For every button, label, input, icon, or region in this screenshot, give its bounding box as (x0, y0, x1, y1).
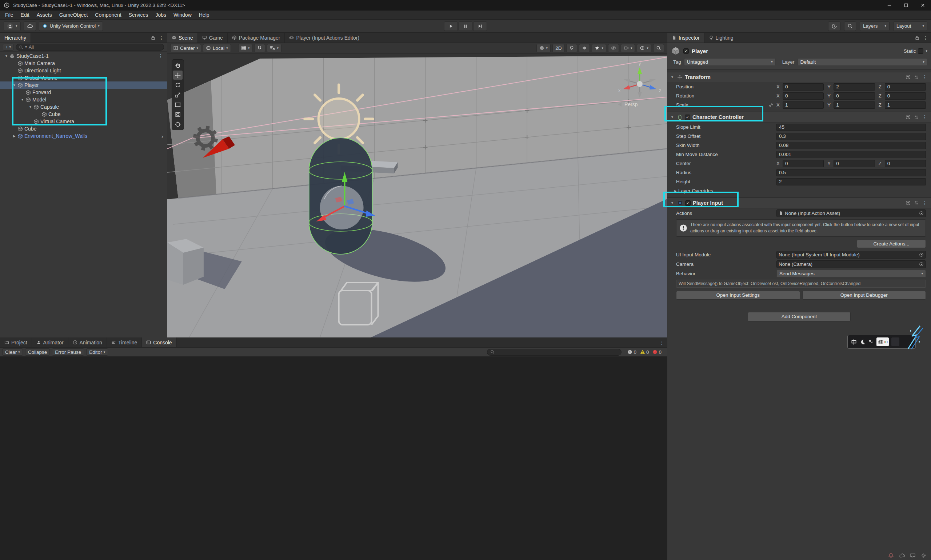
foldout-icon[interactable]: ▼ (669, 201, 675, 205)
scene-menu-icon[interactable]: ⋮ (158, 53, 167, 59)
tab-project[interactable]: Project (0, 337, 32, 347)
center-z-field[interactable]: 0 (885, 160, 926, 167)
tab-animator[interactable]: Animator (32, 337, 68, 347)
active-checkbox[interactable]: ✓ (683, 48, 689, 54)
transform-tool-button[interactable] (173, 110, 183, 119)
console-info-badge[interactable]: 0 (627, 349, 636, 355)
menu-jobs[interactable]: Jobs (152, 12, 170, 18)
ime-toolbar[interactable] (847, 335, 916, 349)
console-error-badge[interactable]: 0 (652, 349, 662, 355)
scene-viewport[interactable]: y x z Persp (167, 54, 667, 337)
panel-menu-icon[interactable]: ⋮ (159, 35, 164, 41)
hand-tool-button[interactable] (173, 61, 183, 70)
presets-icon[interactable] (914, 75, 919, 80)
foldout-icon[interactable]: ▶ (12, 134, 17, 138)
tab-game[interactable]: Game (198, 33, 228, 43)
maximize-button[interactable] (897, 0, 914, 11)
rotation-z-field[interactable]: 0 (885, 92, 926, 100)
search-button[interactable] (844, 22, 856, 31)
behavior-dropdown[interactable]: Send Messages ▾ (776, 270, 926, 277)
character-controller-header[interactable]: ▼ ✓ Character Controller ⋮ (667, 112, 931, 123)
ime-more-icon[interactable] (891, 337, 899, 346)
create-actions-button[interactable]: Create Actions... (857, 240, 926, 248)
rotation-y-field[interactable]: 0 (834, 92, 875, 100)
scale-z-field[interactable]: 1 (885, 102, 926, 109)
panel-menu-icon[interactable]: ⋮ (659, 340, 665, 345)
camera-settings-dropdown[interactable]: ▾ (621, 44, 636, 52)
hierarchy-search-input[interactable]: ▾ All (15, 44, 164, 51)
help-icon[interactable] (906, 115, 911, 120)
effects-dropdown[interactable]: ▾ (592, 44, 606, 52)
tab-timeline[interactable]: Timeline (107, 337, 142, 347)
component-enabled-checkbox[interactable]: ✓ (685, 115, 690, 120)
console-clear-button[interactable]: Clear ▾ (2, 348, 23, 355)
undo-history-button[interactable] (828, 22, 840, 31)
menu-file[interactable]: File (2, 12, 17, 18)
cloud-button[interactable] (24, 22, 36, 31)
component-menu-icon[interactable]: ⋮ (922, 74, 927, 80)
scale-x-field[interactable]: 1 (783, 102, 824, 109)
console-log-area[interactable] (0, 357, 667, 560)
menu-edit[interactable]: Edit (17, 12, 33, 18)
menu-help[interactable]: Help (195, 12, 213, 18)
prefab-open-arrow[interactable]: › (162, 133, 167, 139)
foldout-icon[interactable]: ▼ (20, 98, 25, 102)
version-control-button[interactable]: Unity Version Control ▾ (39, 22, 103, 31)
ime-punctuation-icon[interactable] (868, 339, 874, 345)
position-y-field[interactable]: 2 (834, 83, 875, 91)
foldout-icon[interactable]: ▶ (673, 189, 678, 193)
hierarchy-row-player[interactable]: ▼ Player (0, 82, 167, 89)
min-move-distance-field[interactable]: 0.001 (776, 151, 926, 158)
hierarchy-row-capsule[interactable]: ▼ Capsule (0, 103, 167, 111)
open-input-debugger-button[interactable]: Open Input Debugger (802, 291, 926, 300)
custom-tool-button[interactable] (173, 120, 183, 129)
component-menu-icon[interactable]: ⋮ (922, 114, 927, 120)
ime-moon-icon[interactable] (860, 339, 866, 345)
slope-limit-field[interactable]: 45 (776, 124, 926, 131)
foldout-icon[interactable]: ▼ (669, 115, 675, 119)
layer-dropdown[interactable]: Default ▾ (797, 58, 927, 66)
actions-object-field[interactable]: None (Input Action Asset) (776, 209, 926, 217)
tab-console[interactable]: Console (142, 337, 176, 347)
ime-keyboard-icon[interactable] (876, 337, 889, 346)
minimize-button[interactable] (881, 0, 897, 11)
object-picker-icon[interactable] (919, 252, 924, 257)
hierarchy-row-virtual-camera[interactable]: Virtual Camera (0, 118, 167, 125)
move-tool-button[interactable] (173, 71, 183, 80)
layer-overrides-row[interactable]: ▶ Layer Overrides (667, 186, 931, 195)
console-editor-dropdown[interactable]: Editor ▾ (86, 348, 108, 355)
rotation-x-field[interactable]: 0 (783, 92, 824, 100)
lock-icon[interactable] (151, 35, 155, 40)
presets-icon[interactable] (914, 200, 919, 205)
grid-snapping-dropdown[interactable]: ▾ (238, 44, 253, 52)
rotate-tool-button[interactable] (173, 80, 183, 89)
cloud-status-icon[interactable] (899, 553, 905, 558)
object-picker-icon[interactable] (919, 262, 924, 266)
scale-y-field[interactable]: 1 (834, 102, 875, 109)
background-tasks-icon[interactable] (921, 553, 926, 558)
hierarchy-row-main-camera[interactable]: Main Camera (0, 60, 167, 67)
menu-assets[interactable]: Assets (33, 12, 55, 18)
audio-toggle-button[interactable] (579, 44, 590, 52)
tab-package-manager[interactable]: Package Manager (228, 33, 285, 43)
tab-hierarchy[interactable]: Hierarchy (0, 33, 31, 43)
layers-dropdown[interactable]: Layers ▾ (860, 22, 889, 31)
hierarchy-row-forward[interactable]: Forward (0, 89, 167, 96)
snap-toggle-button[interactable] (254, 44, 265, 52)
lighting-toggle-button[interactable] (566, 44, 577, 52)
console-warning-badge[interactable]: 0 (640, 349, 649, 355)
component-enabled-checkbox[interactable]: ✓ (685, 200, 691, 206)
create-object-button[interactable]: + ▾ (3, 44, 14, 51)
menu-component[interactable]: Component (91, 12, 125, 18)
foldout-icon[interactable]: ▼ (28, 105, 33, 109)
wireframe-cube[interactable] (339, 283, 378, 325)
open-input-settings-button[interactable]: Open Input Settings (676, 291, 800, 300)
lock-icon[interactable] (915, 35, 920, 40)
hierarchy-row-cube-child[interactable]: Cube (0, 111, 167, 118)
tab-lighting[interactable]: Lighting (705, 33, 738, 43)
tab-scene[interactable]: Scene (167, 33, 198, 43)
hierarchy-row-model[interactable]: ▼ Model (0, 96, 167, 103)
position-z-field[interactable]: 0 (885, 83, 926, 91)
panel-menu-icon[interactable]: ⋮ (923, 35, 928, 41)
foldout-icon[interactable]: ▼ (4, 54, 9, 58)
